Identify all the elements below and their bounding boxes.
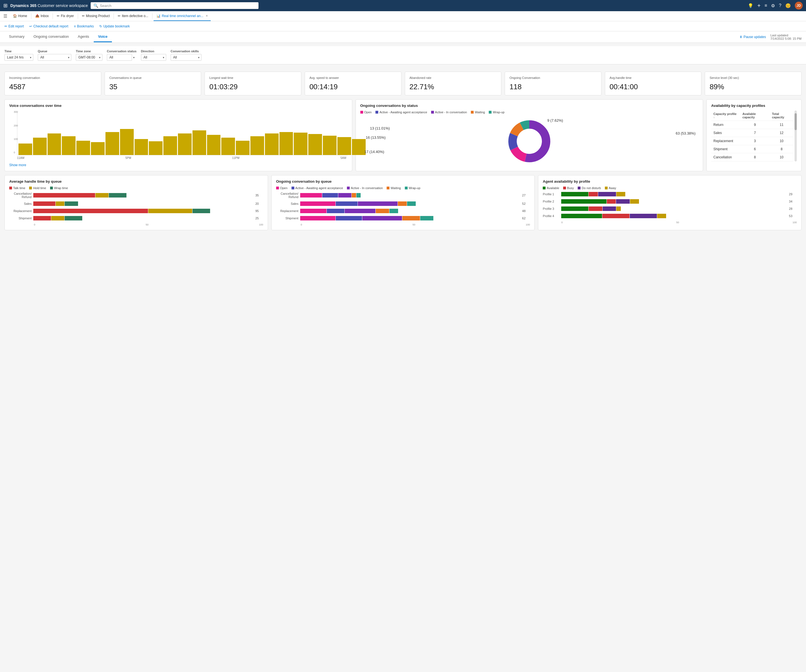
kpi-ongoing-title: Ongoing Conversation: [509, 76, 597, 80]
time-select[interactable]: Last 24 hrs Last 7 days Last 30 days: [5, 54, 33, 61]
add-icon[interactable]: +: [757, 3, 761, 9]
tab-missing-product[interactable]: ✏ Missing Product: [79, 12, 112, 21]
kpi-handle-title: Avg.handle time: [609, 76, 697, 80]
filters-bar: Time Last 24 hrs Last 7 days Last 30 day…: [0, 46, 806, 64]
col-available: Available capacity: [740, 111, 770, 121]
h-bar-segment: [398, 201, 407, 206]
menu-icon[interactable]: ≡: [765, 3, 767, 8]
kpi-avg-handle: Avg.handle time 00:41:00: [605, 72, 702, 96]
available-cap: 6: [740, 145, 770, 153]
voice-over-time-card: Voice conversations over time 300 200 10…: [5, 99, 352, 171]
kpi-incoming-conversation: Incoming conversation 4587: [5, 72, 101, 96]
h-bar-track: [300, 193, 521, 198]
h-bar-track: [33, 216, 254, 220]
sub-tab-right: ⏸ Pause updates Last updated 7/14/2022 5…: [739, 31, 801, 43]
tab-realtime-omnichannel[interactable]: 📊 Real time omnichannel an... ✕: [154, 12, 211, 21]
bar-item: [135, 139, 148, 155]
ongoing-queue-title: Ongoing conversation by queue: [276, 179, 530, 183]
col-profile: Capacity profile ↑: [711, 111, 740, 121]
total-cap: 10: [770, 153, 793, 162]
timezone-select[interactable]: GMT-08:00 GMT-05:00 UTC: [76, 54, 102, 61]
hamburger-icon[interactable]: ☰: [2, 12, 8, 20]
kpi-incoming-value: 4587: [9, 83, 96, 91]
agent-avail-title: Agent availability by profile: [543, 179, 797, 183]
h-bar-segment: [51, 216, 64, 220]
tab-home[interactable]: 🏠 Home: [10, 12, 30, 21]
edit-icon-2: ✏: [82, 14, 85, 18]
direction-select-wrapper: All Inbound Outbound: [141, 54, 166, 61]
tab-fix-dryer[interactable]: ✏ Fix dryer: [54, 12, 77, 21]
legend-awaiting-color: [375, 111, 378, 114]
conv-status-select[interactable]: All Open Active Waiting: [107, 54, 132, 61]
sub-tab-voice[interactable]: Voice: [94, 31, 112, 42]
kpi-abandoned-value: 22.71%: [410, 83, 497, 91]
h-bar-segment: [322, 193, 338, 198]
timezone-select-wrapper: GMT-08:00 GMT-05:00 UTC: [76, 54, 102, 61]
kpi-abandoned-rate: Abandoned rate 22.71%: [405, 72, 502, 96]
bar-item: [91, 142, 105, 155]
show-more-button[interactable]: Show more: [9, 163, 26, 167]
search-box[interactable]: 🔍 Search: [91, 2, 259, 9]
h-bar-row: Sales20: [9, 201, 263, 206]
h-bar-segment: [420, 216, 433, 220]
direction-label: Direction: [141, 50, 166, 53]
profile-name: Cancellation: [711, 153, 740, 162]
q-legend-waiting-color: [386, 187, 390, 190]
sub-tab-agents[interactable]: Agents: [73, 31, 93, 42]
tab-separator: [31, 13, 31, 19]
sub-tab-summary[interactable]: Summary: [5, 31, 29, 42]
lightbulb-icon[interactable]: 💡: [748, 3, 753, 8]
tab-inbox[interactable]: 📥 Inbox: [33, 12, 51, 21]
update-bookmark-button[interactable]: ↻ Update bookmark: [99, 24, 130, 28]
tab-close-button[interactable]: ✕: [206, 14, 208, 17]
h-bar-label: Sales: [9, 202, 31, 205]
h-bar-label: Replacement: [9, 209, 31, 213]
avg-handle-time-card: Average handle time by queue Talk time H…: [5, 175, 268, 230]
legend-waiting: Waiting: [471, 111, 485, 114]
legend-active-in-conv: Active - In conversation: [431, 111, 467, 114]
kpi-speed-value: 00:14:19: [309, 83, 397, 91]
kpi-row: Incoming conversation 4587 Conversations…: [5, 72, 801, 96]
emoji-icon[interactable]: 😊: [785, 3, 791, 8]
legend-wrapup-color: [489, 111, 492, 114]
direction-select[interactable]: All Inbound Outbound: [141, 54, 166, 61]
bar-chart-container: 300 200 100 0 11AM 5PM 11PM 5AM: [9, 111, 347, 161]
legend-waiting-color: [471, 111, 474, 114]
profile-bar-track: [561, 214, 787, 218]
queue-select[interactable]: All: [38, 54, 71, 61]
profile-bar-row: Profile 234: [543, 199, 797, 204]
settings-icon[interactable]: ⚙: [771, 3, 775, 8]
col-total: Total capacity: [770, 111, 793, 121]
edit-report-button[interactable]: ✏ Edit report: [5, 24, 24, 28]
checkout-report-button[interactable]: ↩ Checkout default report: [30, 24, 68, 28]
queue-select-wrapper: All: [38, 54, 71, 61]
a-legend-dnd: Do not disturb: [578, 186, 601, 190]
segment-label-63: 63 (53.38%): [676, 131, 695, 135]
conv-status-select-wrapper: All Open Active Waiting: [107, 54, 137, 61]
bookmarks-button[interactable]: ≡ Bookmarks: [74, 24, 94, 28]
checkout-icon: ↩: [30, 24, 32, 28]
help-icon[interactable]: ?: [779, 3, 781, 8]
bar-item: [207, 135, 221, 155]
y-label-0: 0: [14, 151, 18, 154]
timezone-filter-label: Time zone: [76, 50, 102, 53]
grid-icon[interactable]: ⊞: [3, 3, 8, 9]
h-bar-number: 35: [255, 193, 263, 197]
table-row: Sales712: [711, 129, 793, 137]
a-legend-away-color: [605, 187, 608, 190]
ongoing-queue-card: Ongoing conversation by queue Open Activ…: [271, 175, 535, 230]
tab-separator-4: [114, 13, 114, 19]
sub-tab-ongoing[interactable]: Ongoing conversation: [29, 31, 73, 42]
tab-bar: ☰ 🏠 Home 📥 Inbox ✏ Fix dryer ✏ Missing P…: [0, 11, 806, 21]
availability-title: Availability by capacity profiles: [711, 104, 797, 108]
tab-item-defective[interactable]: ✏ Item defective o...: [115, 12, 151, 21]
bar-item: [18, 144, 32, 155]
table-scrollbar[interactable]: [794, 111, 797, 162]
h-bar-track: [300, 209, 521, 213]
h-bar-row: Replacement48: [276, 209, 530, 213]
h-bar-track: [300, 201, 521, 206]
h-bar-segment: [300, 193, 322, 198]
pause-updates-button[interactable]: ⏸ Pause updates: [739, 35, 766, 39]
skills-select[interactable]: All: [171, 54, 202, 61]
avatar[interactable]: JD: [795, 2, 803, 10]
